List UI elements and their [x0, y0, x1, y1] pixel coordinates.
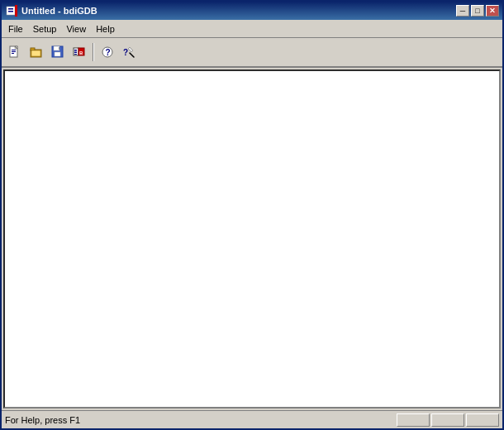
- svg-rect-7: [12, 50, 16, 50]
- status-bar: For Help, press F1: [2, 410, 502, 428]
- menu-bar: File Setup View Help: [2, 20, 502, 38]
- svg-rect-11: [31, 48, 35, 50]
- toolbar: B ? ?: [2, 38, 502, 68]
- toolbar-separator: [93, 43, 94, 61]
- svg-rect-15: [55, 52, 60, 56]
- svg-rect-3: [15, 5, 17, 17]
- menu-file[interactable]: File: [3, 20, 28, 37]
- svg-rect-1: [8, 8, 13, 10]
- svg-text:?: ?: [106, 48, 111, 57]
- status-panel-3: [466, 413, 499, 427]
- close-button[interactable]: ✕: [486, 5, 499, 17]
- menu-setup[interactable]: Setup: [28, 20, 62, 37]
- svg-rect-19: [74, 50, 77, 51]
- title-bar: Untitled - bdiGDB ─ □ ✕: [2, 2, 502, 20]
- svg-rect-12: [31, 50, 40, 56]
- status-panel-1: [397, 413, 430, 427]
- status-panel-2: [431, 413, 464, 427]
- status-text: For Help, press F1: [5, 415, 397, 425]
- toolbar-help-button[interactable]: ?: [97, 42, 117, 62]
- svg-text:B: B: [79, 50, 83, 55]
- svg-text:?: ?: [123, 48, 128, 57]
- app-icon: [5, 4, 18, 17]
- svg-rect-14: [54, 46, 59, 50]
- svg-rect-20: [74, 52, 77, 54]
- svg-rect-2: [8, 11, 13, 12]
- main-content-area: [3, 69, 501, 408]
- menu-help[interactable]: Help: [91, 20, 120, 37]
- svg-rect-8: [12, 51, 16, 52]
- menu-view[interactable]: View: [61, 20, 91, 37]
- toolbar-open-button[interactable]: [26, 42, 46, 62]
- svg-rect-16: [59, 47, 59, 50]
- window-controls: ─ □ ✕: [456, 5, 499, 17]
- toolbar-new-button[interactable]: [5, 42, 25, 62]
- main-window: Untitled - bdiGDB ─ □ ✕ File Setup View …: [0, 0, 504, 430]
- svg-rect-21: [74, 54, 77, 55]
- window-title: Untitled - bdiGDB: [21, 6, 456, 16]
- status-panels: [397, 413, 499, 427]
- toolbar-whatsthis-button[interactable]: ?: [119, 42, 139, 62]
- toolbar-connect-button[interactable]: B: [69, 42, 89, 62]
- toolbar-save-button[interactable]: [48, 42, 68, 62]
- svg-rect-9: [12, 53, 14, 54]
- maximize-button[interactable]: □: [471, 5, 484, 17]
- minimize-button[interactable]: ─: [456, 5, 469, 17]
